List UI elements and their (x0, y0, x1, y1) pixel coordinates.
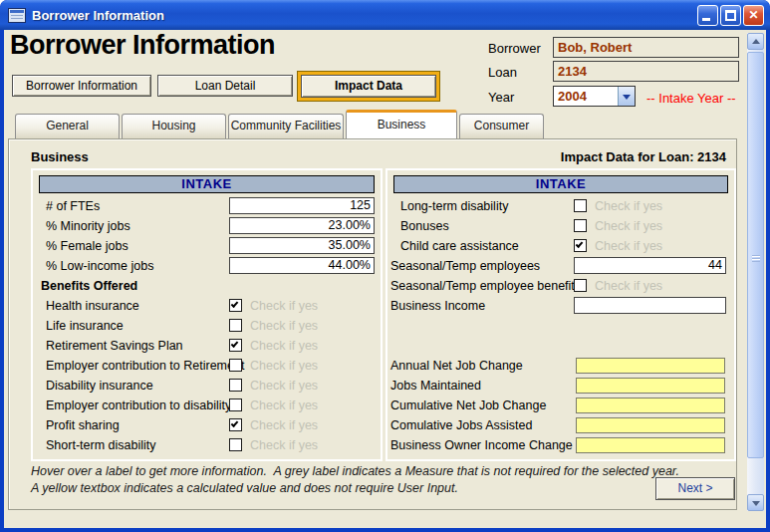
field-label: Life insurance (46, 316, 124, 336)
checkbox-row: Retirement Savings PlanCheck if yes (33, 336, 381, 356)
year-dropdown[interactable]: 2004 (553, 86, 636, 107)
checkbox-row: Employer contribution to disabilityCheck… (33, 396, 381, 415)
check-icon (576, 240, 584, 248)
checkbox[interactable] (229, 438, 242, 451)
checkbox-row: Health insuranceCheck if yes (33, 296, 381, 316)
check-icon (231, 300, 239, 308)
field-label: % Minority jobs (46, 216, 130, 236)
calculated-field[interactable] (576, 378, 725, 394)
field-label: Health insurance (46, 296, 139, 316)
nav-loan-detail-button[interactable]: Loan Detail (157, 75, 293, 97)
checkbox[interactable] (229, 418, 242, 431)
vertical-scrollbar[interactable] (747, 33, 764, 511)
right-rows: Long-term disabilityCheck if yesBonusesC… (387, 196, 734, 455)
text-input[interactable]: 44 (574, 257, 726, 274)
title-bar[interactable]: Borrower Information ✕ (0, 0, 770, 30)
check-hint-label: Check if yes (595, 216, 662, 236)
field-label: % Low-income jobs (46, 256, 153, 276)
dropdown-button[interactable] (618, 87, 635, 106)
calculated-row: Annual Net Job Change (387, 356, 734, 376)
maximize-button[interactable] (720, 5, 741, 26)
field-label: Bonuses (400, 216, 449, 236)
checkbox-row: Seasonal/Temp employee benefitsCheck if … (387, 276, 734, 296)
field-label: Employer contribution to disability (46, 396, 231, 415)
scrollbar-thumb[interactable] (747, 52, 764, 458)
tab-housing[interactable]: Housing (122, 114, 226, 138)
grip-icon (752, 255, 760, 262)
checkbox[interactable] (574, 199, 587, 212)
field-label: Short-term disability (46, 435, 155, 455)
field-label: Comulative Jobs Assisted (390, 415, 532, 435)
checkbox[interactable] (229, 359, 242, 372)
left-check-rows: Health insuranceCheck if yesLife insuran… (33, 296, 381, 455)
year-label: Year (488, 90, 514, 105)
form-icon (8, 8, 26, 23)
arrow-up-icon (752, 39, 760, 44)
check-hint-label: Check if yes (250, 356, 318, 376)
checkbox[interactable] (229, 339, 242, 352)
year-value: 2004 (558, 89, 587, 104)
close-button[interactable]: ✕ (743, 5, 764, 26)
calculated-field[interactable] (576, 417, 725, 433)
nav-impact-data-highlight: Impact Data (297, 71, 440, 102)
field-label: % Female jobs (46, 236, 128, 256)
scroll-up-button[interactable] (747, 33, 764, 50)
calculated-row: Business Owner Income Change (387, 435, 734, 455)
checkbox-row: BonusesCheck if yes (387, 216, 734, 236)
field-label: Disability insurance (46, 376, 153, 396)
checkbox[interactable] (229, 319, 242, 332)
checkbox[interactable] (229, 399, 242, 411)
checkbox[interactable] (574, 239, 587, 252)
tab-business[interactable]: Business (346, 110, 457, 138)
text-input[interactable] (574, 297, 726, 314)
check-hint-label: Check if yes (250, 296, 318, 316)
borrower-label: Borrower (488, 41, 541, 56)
right-intake-panel: INTAKE Long-term disabilityCheck if yesB… (385, 168, 736, 461)
intake-year-note: -- Intake Year -- (646, 88, 736, 109)
minimize-icon (702, 18, 710, 21)
minimize-button[interactable] (697, 5, 718, 26)
section-title: Business (31, 149, 89, 164)
calculated-field[interactable] (576, 358, 725, 374)
check-hint-label: Check if yes (250, 435, 318, 455)
tab-general[interactable]: General (15, 114, 120, 138)
field-label: # of FTEs (46, 196, 100, 216)
text-input[interactable]: 44.00% (229, 257, 375, 274)
field-row: % Minority jobs23.00% (33, 216, 381, 236)
nav-borrower-information-button[interactable]: Borrower Information (12, 75, 151, 97)
checkbox-row: Profit sharingCheck if yes (33, 415, 381, 435)
right-intake-header: INTAKE (393, 175, 728, 193)
calculated-field[interactable] (576, 398, 725, 413)
checkbox[interactable] (229, 379, 242, 392)
next-button[interactable]: Next > (655, 477, 735, 500)
tab-community-facilities[interactable]: Community Facilities (228, 114, 344, 138)
field-row: % Low-income jobs44.00% (33, 256, 381, 276)
calculated-field[interactable] (576, 437, 725, 453)
tab-strip: General Housing Community Facilities Bus… (15, 110, 544, 138)
nav-impact-data-button[interactable]: Impact Data (301, 75, 436, 98)
checkbox[interactable] (229, 299, 242, 312)
field-label: Child care assistance (400, 236, 519, 256)
text-input[interactable]: 35.00% (229, 237, 375, 254)
footer-note-line2: A yellow textbox indicates a calculated … (31, 481, 458, 495)
checkbox[interactable] (574, 219, 587, 232)
text-input[interactable]: 125 (229, 197, 375, 214)
left-intake-panel: INTAKE # of FTEs125% Minority jobs23.00%… (31, 168, 383, 461)
business-tab-page: Business Impact Data for Loan: 2134 INTA… (8, 138, 737, 510)
checkbox-row: Disability insuranceCheck if yes (33, 376, 381, 396)
arrow-down-icon (752, 501, 760, 506)
checkbox-row: Child care assistanceCheck if yes (387, 236, 734, 256)
application-window: Borrower Information ✕ Borrower Informat… (0, 0, 770, 532)
scroll-down-button[interactable] (747, 494, 764, 511)
check-hint-label: Check if yes (250, 376, 318, 396)
left-text-rows: # of FTEs125% Minority jobs23.00%% Femal… (33, 196, 381, 276)
tab-consumer[interactable]: Consumer (459, 114, 544, 138)
loan-field[interactable]: 2134 (553, 61, 739, 82)
checkbox[interactable] (574, 279, 587, 292)
field-row: # of FTEs125 (33, 196, 381, 216)
text-input[interactable]: 23.00% (229, 217, 375, 234)
field-label: Long-term disability (400, 196, 508, 216)
check-icon (231, 419, 239, 427)
loan-banner: Impact Data for Loan: 2134 (561, 149, 726, 164)
borrower-field[interactable]: Bob, Robert (553, 37, 739, 58)
